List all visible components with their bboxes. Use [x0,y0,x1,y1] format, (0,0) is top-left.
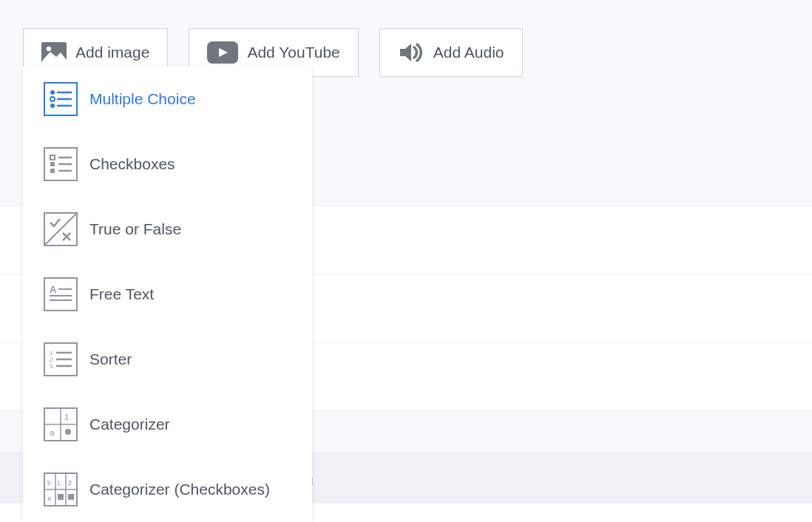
dropdown-item-label: Free Text [89,285,154,303]
dropdown-item-sorter[interactable]: 123 Sorter [23,327,312,392]
svg-rect-13 [50,169,55,173]
svg-text:1: 1 [57,479,61,487]
svg-text:a: a [47,495,51,502]
svg-point-30 [65,429,71,435]
svg-line-15 [45,214,76,245]
svg-rect-11 [50,162,55,166]
svg-text:2: 2 [68,479,72,487]
dropdown-item-label: True or False [89,220,181,238]
svg-rect-9 [50,155,55,160]
svg-text:1: 1 [64,413,69,421]
add-audio-button[interactable]: Add Audio [379,28,523,77]
categorizer-icon: 1a [44,407,78,441]
checkboxes-icon [44,147,78,181]
svg-rect-38 [58,494,64,500]
add-youtube-label: Add YouTube [247,44,339,61]
svg-point-3 [50,90,55,95]
svg-text:3: 3 [50,363,53,369]
multiple-choice-icon [44,82,78,116]
categorizer-checkboxes-icon: 12ab [44,472,78,506]
svg-point-1 [47,47,51,51]
dropdown-item-checkboxes[interactable]: Checkboxes [23,132,312,197]
sorter-icon: 123 [44,342,78,376]
dropdown-item-label: Checkboxes [89,155,175,173]
dropdown-item-categorizer-checkboxes[interactable]: 12ab Categorizer (Checkboxes) [23,457,312,522]
dropdown-item-label: Categorizer [89,416,170,433]
dropdown-item-multiple-choice[interactable]: Multiple Choice [23,67,312,132]
add-audio-label: Add Audio [433,44,504,61]
svg-text:a: a [50,428,55,437]
toolbar: Add image Add YouTube Add Audio [0,0,812,77]
svg-text:b: b [47,479,51,487]
dropdown-item-label: Sorter [89,350,132,368]
svg-rect-39 [68,494,74,500]
dropdown-item-label: Categorizer (Checkboxes) [89,481,270,498]
free-text-icon: A [44,277,78,311]
dropdown-item-free-text[interactable]: A Free Text [23,262,312,327]
add-image-label: Add image [75,44,149,61]
youtube-icon [207,41,238,64]
dropdown-item-categorizer[interactable]: 1a Categorizer [23,392,312,457]
image-icon [41,42,67,63]
svg-text:1: 1 [50,350,53,356]
question-type-dropdown: Multiple Choice Checkboxes True or False… [23,67,312,522]
audio-icon [398,41,424,64]
true-false-icon [44,212,78,246]
svg-text:A: A [50,285,57,295]
dropdown-item-true-false[interactable]: True or False [23,197,312,262]
dropdown-item-label: Multiple Choice [89,90,196,108]
svg-point-7 [50,104,55,108]
svg-point-5 [50,97,55,101]
svg-text:2: 2 [50,356,53,363]
